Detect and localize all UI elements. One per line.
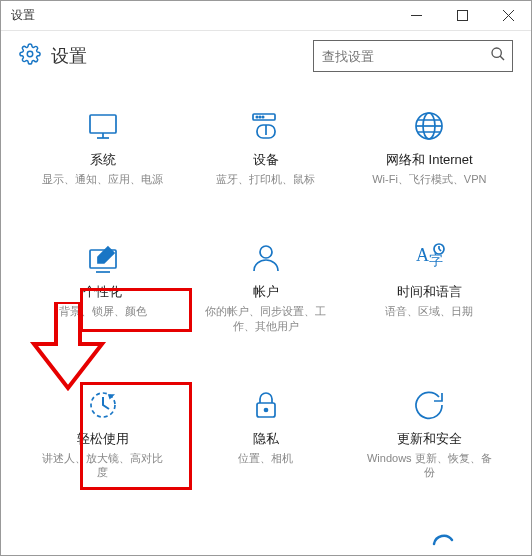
tile-ease-of-access[interactable]: 轻松使用 讲述人、放大镜、高对比度 (26, 380, 179, 487)
svg-line-26 (439, 249, 441, 251)
tile-title: 隐私 (253, 430, 279, 448)
tile-system[interactable]: 系统 显示、通知、应用、电源 (26, 101, 179, 193)
svg-rect-7 (90, 115, 116, 133)
globe-icon (409, 107, 449, 145)
update-icon (409, 386, 449, 424)
svg-point-13 (262, 116, 263, 117)
tile-title: 系统 (90, 151, 116, 169)
svg-point-12 (259, 116, 260, 117)
svg-text:A: A (416, 245, 429, 265)
search-icon (490, 46, 506, 66)
gear-icon (19, 43, 41, 69)
tile-title: 个性化 (83, 283, 122, 301)
tile-sub: 讲述人、放大镜、高对比度 (38, 451, 168, 481)
tile-title: 时间和语言 (397, 283, 462, 301)
time-language-icon: A字 (409, 239, 449, 277)
search-input[interactable] (322, 49, 490, 64)
svg-point-4 (27, 51, 33, 57)
devices-icon (246, 107, 286, 145)
svg-point-29 (264, 408, 267, 411)
tile-title: 设备 (253, 151, 279, 169)
svg-line-6 (500, 56, 504, 60)
maximize-button[interactable] (439, 1, 485, 31)
tile-sub: 位置、相机 (238, 451, 293, 466)
tile-time-language[interactable]: A字 时间和语言 语音、区域、日期 (353, 233, 506, 340)
tile-sub: 语音、区域、日期 (385, 304, 473, 319)
tile-sub: Wi-Fi、飞行模式、VPN (372, 172, 486, 187)
settings-grid: 系统 显示、通知、应用、电源 设备 蓝牙、打印机、鼠标 网络和 Internet… (1, 81, 531, 486)
tile-sub: Windows 更新、恢复、备份 (364, 451, 494, 481)
tile-privacy[interactable]: 隐私 位置、相机 (189, 380, 342, 487)
display-icon (83, 107, 123, 145)
tile-update-security[interactable]: 更新和安全 Windows 更新、恢复、备份 (353, 380, 506, 487)
tile-title: 网络和 Internet (386, 151, 473, 169)
tile-sub: 你的帐户、同步设置、工作、其他用户 (201, 304, 331, 334)
tile-personalization[interactable]: 个性化 背景、锁屏、颜色 (26, 233, 179, 340)
window-title: 设置 (11, 7, 393, 24)
tile-devices[interactable]: 设备 蓝牙、打印机、鼠标 (189, 101, 342, 193)
ease-of-access-icon (83, 386, 123, 424)
lock-icon (246, 386, 286, 424)
loading-spinner-icon (432, 532, 454, 550)
tile-sub: 显示、通知、应用、电源 (42, 172, 163, 187)
personalization-icon (83, 239, 123, 277)
tile-sub: 蓝牙、打印机、鼠标 (216, 172, 315, 187)
page-title: 设置 (51, 44, 87, 68)
minimize-button[interactable] (393, 1, 439, 31)
svg-point-5 (492, 48, 501, 57)
svg-point-11 (256, 116, 257, 117)
close-button[interactable] (485, 1, 531, 31)
tile-sub: 背景、锁屏、颜色 (59, 304, 147, 319)
tile-network[interactable]: 网络和 Internet Wi-Fi、飞行模式、VPN (353, 101, 506, 193)
tile-title: 帐户 (253, 283, 279, 301)
tile-title: 轻松使用 (77, 430, 129, 448)
tile-title: 更新和安全 (397, 430, 462, 448)
tile-accounts[interactable]: 帐户 你的帐户、同步设置、工作、其他用户 (189, 233, 342, 340)
titlebar: 设置 (1, 1, 531, 31)
svg-rect-1 (457, 11, 467, 21)
svg-point-21 (260, 246, 272, 258)
person-icon (246, 239, 286, 277)
search-box[interactable] (313, 40, 513, 72)
header: 设置 (1, 31, 531, 81)
